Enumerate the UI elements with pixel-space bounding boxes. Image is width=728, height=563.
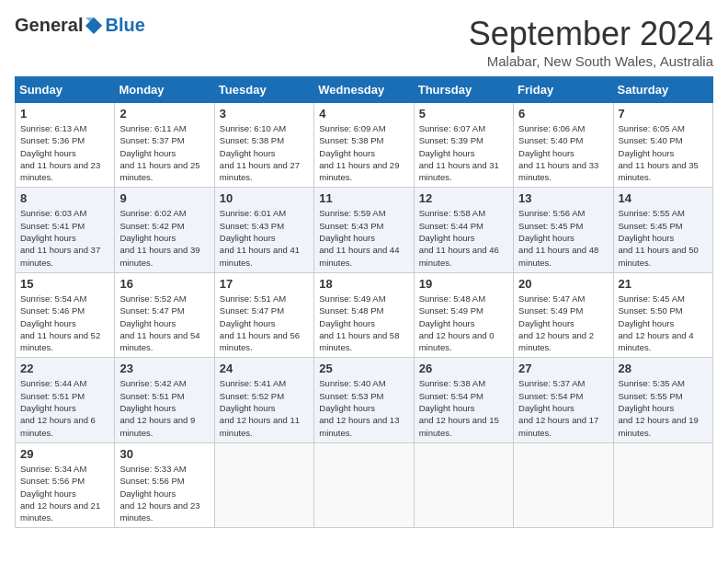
day-number-6: 6 <box>518 107 608 121</box>
day-cell-14: 14 Sunrise: 5:55 AM Sunset: 5:45 PM Dayl… <box>613 188 712 272</box>
day-cell-12: 12 Sunrise: 5:58 AM Sunset: 5:44 PM Dayl… <box>414 188 513 272</box>
title-area: September 2024 Malabar, New South Wales,… <box>469 15 713 69</box>
calendar-table: Sunday Monday Tuesday Wednesday Thursday… <box>15 76 713 528</box>
day-cell-16: 16 Sunrise: 5:52 AM Sunset: 5:47 PM Dayl… <box>115 272 214 357</box>
day-cell-3: 3 Sunrise: 6:10 AM Sunset: 5:38 PM Dayli… <box>214 103 313 188</box>
day-cell-1: 1 Sunrise: 6:13 AM Sunset: 5:36 PM Dayli… <box>16 103 115 188</box>
day-info-5: Sunrise: 6:07 AM Sunset: 5:39 PM Dayligh… <box>419 122 508 183</box>
week-row-5: 29 Sunrise: 5:34 AM Sunset: 5:56 PM Dayl… <box>16 442 713 527</box>
day-cell-27: 27 Sunrise: 5:37 AM Sunset: 5:54 PM Dayl… <box>514 358 613 442</box>
day-number-1: 1 <box>20 107 109 121</box>
day-cell-5: 5 Sunrise: 6:07 AM Sunset: 5:39 PM Dayli… <box>414 103 513 188</box>
location-title: Malabar, New South Wales, Australia <box>469 53 713 69</box>
day-cell-17: 17 Sunrise: 5:51 AM Sunset: 5:47 PM Dayl… <box>214 272 313 357</box>
logo-flag-icon <box>84 16 104 36</box>
day-cell-7: 7 Sunrise: 6:05 AM Sunset: 5:40 PM Dayli… <box>613 103 712 188</box>
day-info-7: Sunrise: 6:05 AM Sunset: 5:40 PM Dayligh… <box>619 122 708 183</box>
empty-cell-5 <box>613 442 712 527</box>
header-thursday: Thursday <box>414 77 513 103</box>
logo-general: General <box>15 15 83 36</box>
day-cell-11: 11 Sunrise: 5:59 AM Sunset: 5:43 PM Dayl… <box>314 188 414 272</box>
day-cell-4: 4 Sunrise: 6:09 AM Sunset: 5:38 PM Dayli… <box>314 103 414 188</box>
day-cell-18: 18 Sunrise: 5:49 AM Sunset: 5:48 PM Dayl… <box>314 272 414 357</box>
day-cell-13: 13 Sunrise: 5:56 AM Sunset: 5:45 PM Dayl… <box>514 188 613 272</box>
day-cell-24: 24 Sunrise: 5:41 AM Sunset: 5:52 PM Dayl… <box>214 358 313 442</box>
logo: General Blue <box>15 15 145 36</box>
week-row-3: 15 Sunrise: 5:54 AM Sunset: 5:46 PM Dayl… <box>16 272 713 357</box>
week-row-1: 1 Sunrise: 6:13 AM Sunset: 5:36 PM Dayli… <box>16 103 713 188</box>
day-cell-26: 26 Sunrise: 5:38 AM Sunset: 5:54 PM Dayl… <box>414 358 513 442</box>
week-row-2: 8 Sunrise: 6:03 AM Sunset: 5:41 PM Dayli… <box>16 188 713 272</box>
day-cell-21: 21 Sunrise: 5:45 AM Sunset: 5:50 PM Dayl… <box>613 272 712 357</box>
day-number-7: 7 <box>619 107 708 121</box>
day-cell-15: 15 Sunrise: 5:54 AM Sunset: 5:46 PM Dayl… <box>16 272 115 357</box>
header: General Blue September 2024 Malabar, New… <box>15 15 713 69</box>
day-cell-22: 22 Sunrise: 5:44 AM Sunset: 5:51 PM Dayl… <box>16 358 115 442</box>
header-sunday: Sunday <box>16 77 115 103</box>
empty-cell-3 <box>414 442 513 527</box>
header-wednesday: Wednesday <box>314 77 414 103</box>
day-info-4: Sunrise: 6:09 AM Sunset: 5:38 PM Dayligh… <box>319 122 408 183</box>
day-info-6: Sunrise: 6:06 AM Sunset: 5:40 PM Dayligh… <box>518 122 608 183</box>
day-number-5: 5 <box>419 107 508 121</box>
logo-blue: Blue <box>105 15 144 36</box>
header-monday: Monday <box>115 77 214 103</box>
day-cell-25: 25 Sunrise: 5:40 AM Sunset: 5:53 PM Dayl… <box>314 358 414 442</box>
empty-cell-1 <box>214 442 313 527</box>
day-cell-29: 29 Sunrise: 5:34 AM Sunset: 5:56 PM Dayl… <box>16 442 115 527</box>
day-number-2: 2 <box>119 107 209 121</box>
header-saturday: Saturday <box>613 77 712 103</box>
day-cell-23: 23 Sunrise: 5:42 AM Sunset: 5:51 PM Dayl… <box>115 358 214 442</box>
empty-cell-2 <box>314 442 414 527</box>
day-number-8: 8 <box>20 191 109 205</box>
day-cell-6: 6 Sunrise: 6:06 AM Sunset: 5:40 PM Dayli… <box>514 103 613 188</box>
day-info-3: Sunrise: 6:10 AM Sunset: 5:38 PM Dayligh… <box>220 122 309 183</box>
day-cell-9: 9 Sunrise: 6:02 AM Sunset: 5:42 PM Dayli… <box>115 188 214 272</box>
header-tuesday: Tuesday <box>214 77 313 103</box>
header-friday: Friday <box>514 77 613 103</box>
days-header-row: Sunday Monday Tuesday Wednesday Thursday… <box>16 77 713 103</box>
empty-cell-4 <box>514 442 613 527</box>
day-info-2: Sunrise: 6:11 AM Sunset: 5:37 PM Dayligh… <box>119 122 209 183</box>
day-number-4: 4 <box>319 107 408 121</box>
week-row-4: 22 Sunrise: 5:44 AM Sunset: 5:51 PM Dayl… <box>16 358 713 442</box>
month-title: September 2024 <box>469 15 713 53</box>
day-cell-8: 8 Sunrise: 6:03 AM Sunset: 5:41 PM Dayli… <box>16 188 115 272</box>
day-cell-20: 20 Sunrise: 5:47 AM Sunset: 5:49 PM Dayl… <box>514 272 613 357</box>
day-cell-19: 19 Sunrise: 5:48 AM Sunset: 5:49 PM Dayl… <box>414 272 513 357</box>
day-cell-30: 30 Sunrise: 5:33 AM Sunset: 5:56 PM Dayl… <box>115 442 214 527</box>
day-cell-10: 10 Sunrise: 6:01 AM Sunset: 5:43 PM Dayl… <box>214 188 313 272</box>
day-cell-28: 28 Sunrise: 5:35 AM Sunset: 5:55 PM Dayl… <box>613 358 712 442</box>
day-cell-2: 2 Sunrise: 6:11 AM Sunset: 5:37 PM Dayli… <box>115 103 214 188</box>
day-info-1: Sunrise: 6:13 AM Sunset: 5:36 PM Dayligh… <box>20 122 109 183</box>
day-number-3: 3 <box>220 107 309 121</box>
